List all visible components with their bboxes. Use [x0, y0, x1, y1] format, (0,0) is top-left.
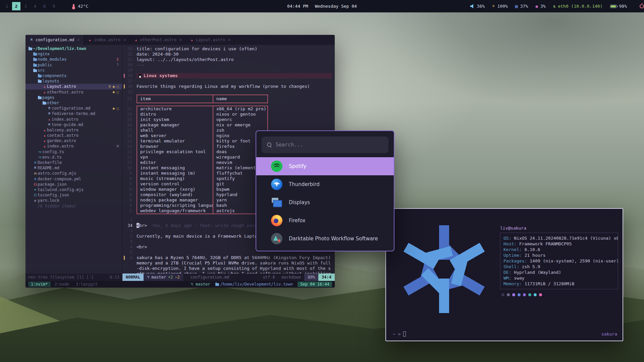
line-number: 31: [122, 57, 132, 62]
line-number: 12: [122, 155, 132, 160]
workspace-button[interactable]: 8: [40, 2, 49, 10]
tree-item[interactable]: node_modules E: [25, 57, 122, 62]
bar-module[interactable]: 100%: [492, 4, 508, 9]
close-icon[interactable]: ×: [228, 38, 230, 42]
editor-tab[interactable]: index.astro ×: [84, 35, 130, 45]
close-icon[interactable]: ×: [123, 38, 126, 42]
temperature-value: 42°C: [78, 4, 88, 9]
table-row: 3 programming/scripting language bash: [137, 203, 267, 208]
tree-item[interactable]: docker-compose.yml: [25, 176, 122, 182]
tree-item[interactable]: Layout.astro H ● □: [25, 84, 122, 89]
tree-item-label: index.astro: [47, 144, 73, 148]
launcher-item[interactable]: Darktable Photo Workflow Software: [256, 230, 394, 248]
tmux-cwd: /home/liv/Development/liv.town: [215, 282, 293, 287]
tree-item[interactable]: ~/Development/liv.town: [25, 46, 122, 51]
tree-item-label: astro.config.mjs: [38, 171, 76, 176]
workspace-button[interactable]: 4: [31, 2, 39, 10]
shell-prompt[interactable]: ~ >: [393, 331, 406, 337]
tmux-window[interactable]: 1:nvim*: [28, 282, 51, 287]
tree-item[interactable]: fediverse-terms.md: [25, 111, 122, 116]
table-cell-item: editor: [137, 160, 213, 165]
tree-item[interactable]: components: [25, 73, 122, 78]
launcher-item[interactable]: Spotify: [256, 157, 394, 175]
tree-item[interactable]: config.ts: [25, 149, 122, 155]
bar-module[interactable]: 3%: [535, 4, 545, 9]
tree-item[interactable]: index.astro H: [25, 143, 122, 149]
editor-tab[interactable]: configuration.md ×: [25, 35, 84, 45]
tree-item-label: configuration.md: [52, 106, 91, 111]
power-icon[interactable]: [640, 4, 644, 8]
file-tree: ~/Development/liv.town nginx node_module…: [25, 45, 122, 274]
palette-dot: [523, 293, 526, 296]
tree-item[interactable]: other: [25, 100, 122, 106]
tree-item[interactable]: tailwind.config.mjs: [25, 187, 122, 192]
close-icon[interactable]: ×: [179, 38, 182, 42]
tmux-statusbar: 1:nvim*2:node3:lazygit ⌥ master /home/li…: [25, 281, 335, 288]
tree-item[interactable]: src: [25, 68, 122, 73]
search-input[interactable]: Search...: [262, 136, 388, 153]
tree-item[interactable]: garden.astro: [25, 138, 122, 143]
bar-module[interactable]: eth0 (10.0.0.140): [553, 4, 603, 9]
tree-item[interactable]: nginx: [25, 51, 122, 57]
tree-item-label: env.d.ts: [42, 155, 62, 160]
tree-item[interactable]: layouts: [25, 78, 122, 84]
tree-item[interactable]: balcony.astro: [25, 127, 122, 133]
module-value: 37%: [520, 4, 528, 9]
tree-item-label: src: [38, 68, 45, 73]
table-cell-item: compositor (wayland): [137, 192, 213, 197]
app-launcher: Search... Spotify Thunderbird Displays F…: [256, 130, 394, 251]
tree-item-label: tone-guide.md: [52, 122, 83, 127]
tree-item[interactable]: astro.config.mjs: [25, 171, 122, 176]
workspace-button[interactable]: 2: [12, 2, 20, 10]
bar-module[interactable]: 36%: [470, 4, 485, 9]
heading-text: Linux systems: [144, 73, 178, 78]
tree-item[interactable]: pages: [25, 95, 122, 100]
tree-item[interactable]: otherPost.astro ● □: [25, 89, 122, 95]
bar-module[interactable]: 98%: [610, 4, 627, 9]
tree-item[interactable]: Dockerfile: [25, 160, 122, 165]
launcher-item[interactable]: Thunderbird: [256, 175, 394, 193]
line-number: 21: [122, 106, 132, 112]
tree-item[interactable]: index.astro: [25, 116, 122, 122]
table-header-name: name: [213, 95, 267, 103]
line-number: 13: [122, 149, 132, 155]
line-number: 32: [122, 52, 132, 57]
file-icon: [33, 171, 38, 176]
info-row: Shell: zsh 5.9: [503, 264, 615, 269]
tree-item[interactable]: (6 hidden items): [25, 203, 122, 208]
workspace-button[interactable]: 3: [21, 2, 30, 10]
tree-item[interactable]: tone-guide.md: [25, 122, 122, 127]
workspace-switcher: 123489: [3, 2, 58, 10]
close-icon[interactable]: ×: [77, 38, 80, 42]
encoding: utf-8: [259, 274, 278, 281]
line-number: 5: [122, 250, 132, 255]
buffer-line: 25: [122, 89, 335, 95]
tree-item[interactable]: contact.astro: [25, 133, 122, 138]
tree-item-label: Dockerfile: [38, 160, 62, 165]
tmux-window[interactable]: 3:lazygit: [73, 282, 100, 287]
tree-item[interactable]: yarn.lock: [25, 198, 122, 203]
file-icon: [38, 73, 42, 78]
table-row: 14 browser firefox: [137, 144, 267, 149]
neotree-status: neo-tree filesystem [1] [-] 8:13: [25, 274, 122, 281]
cursor-position: 34:4: [318, 274, 335, 281]
tree-item[interactable]: env.d.ts: [25, 155, 122, 160]
tmux-window[interactable]: 2:node: [52, 282, 72, 287]
line-number: 25: [122, 89, 132, 95]
table-cell-item: package manager: [137, 122, 213, 128]
tree-item[interactable]: tsconfig.json: [25, 192, 122, 198]
tree-item[interactable]: README.md: [25, 165, 122, 171]
terminal-cursor: [403, 331, 406, 337]
launcher-item[interactable]: Firefox: [256, 212, 394, 230]
tree-item[interactable]: package.json: [25, 182, 122, 187]
tree-item[interactable]: configuration.md ● □: [25, 106, 122, 111]
tree-item[interactable]: public ?: [25, 62, 122, 68]
editor-tab[interactable]: Layout.astro ×: [186, 35, 234, 45]
editor-tab[interactable]: otherPost.astro ×: [130, 35, 186, 45]
buffer-line: 6 sakura has a Ryzen 5 7640U, 32GB of DD…: [122, 255, 335, 274]
bar-module[interactable]: 37%: [515, 4, 528, 9]
workspace-button[interactable]: 1: [3, 2, 11, 10]
workspace-button[interactable]: 9: [50, 2, 58, 10]
launcher-item[interactable]: Displays: [256, 193, 394, 212]
file-icon: [42, 138, 47, 143]
